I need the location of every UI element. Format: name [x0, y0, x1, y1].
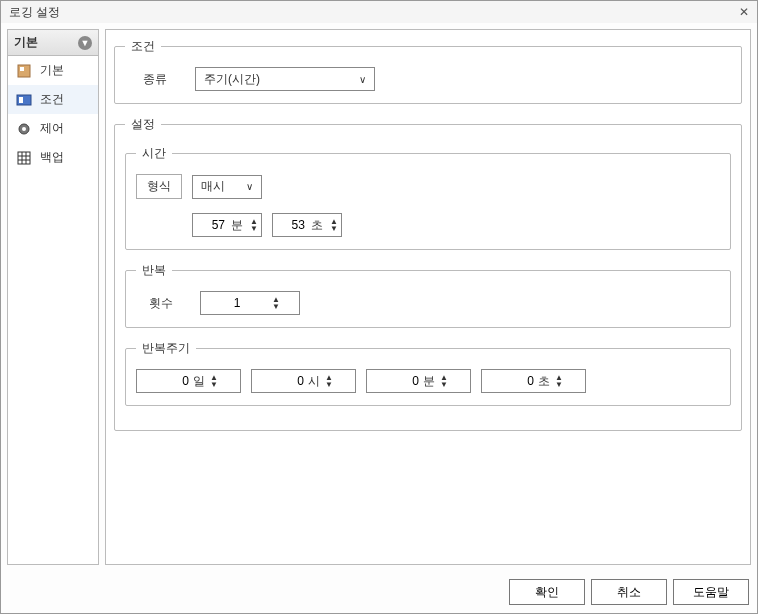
type-dropdown[interactable]: 주기(시간) ∨	[195, 67, 375, 91]
cycle-legend: 반복주기	[136, 340, 196, 357]
second-spinner[interactable]: 초 ▲▼	[272, 213, 342, 237]
time-legend: 시간	[136, 145, 172, 162]
hour-spinner[interactable]: 시 ▲▼	[251, 369, 356, 393]
spin-buttons[interactable]: ▲▼	[329, 218, 339, 232]
day-input[interactable]	[143, 374, 189, 388]
body: 기본 ▼ 기본 조건 제어	[1, 23, 757, 571]
time-values-row: 분 ▲▼ 초 ▲▼	[192, 213, 720, 237]
sidebar-header[interactable]: 기본 ▼	[8, 30, 98, 56]
time-fieldset: 시간 형식 매시 ∨ 분 ▲▼	[125, 145, 731, 250]
spin-buttons[interactable]: ▲▼	[249, 218, 259, 232]
type-label: 종류	[125, 71, 185, 88]
condition-legend: 조건	[125, 38, 161, 55]
dialog-window: 로깅 설정 ✕ 기본 ▼ 기본 조건	[0, 0, 758, 614]
min-input[interactable]	[373, 374, 419, 388]
cancel-button[interactable]: 취소	[591, 579, 667, 605]
minute-spinner[interactable]: 분 ▲▼	[192, 213, 262, 237]
content-panel: 조건 종류 주기(시간) ∨ 설정 시간 형식 매시	[105, 29, 751, 565]
count-input[interactable]	[207, 296, 267, 310]
day-spinner[interactable]: 일 ▲▼	[136, 369, 241, 393]
day-unit: 일	[193, 373, 205, 390]
cycle-row: 일 ▲▼ 시 ▲▼ 분 ▲▼	[136, 369, 720, 393]
min-spinner[interactable]: 분 ▲▼	[366, 369, 471, 393]
repeat-row: 횟수 ▲▼	[136, 291, 720, 315]
count-spinner[interactable]: ▲▼	[200, 291, 300, 315]
backup-icon	[16, 150, 32, 166]
sidebar-item-control[interactable]: 제어	[8, 114, 98, 143]
format-label: 형식	[136, 174, 182, 199]
minute-unit: 분	[231, 217, 243, 234]
min-unit: 분	[423, 373, 435, 390]
count-label: 횟수	[136, 295, 186, 312]
spin-buttons[interactable]: ▲▼	[554, 374, 564, 388]
repeat-fieldset: 반복 횟수 ▲▼	[125, 262, 731, 328]
close-icon[interactable]: ✕	[739, 5, 749, 19]
condition-row: 종류 주기(시간) ∨	[125, 67, 731, 91]
sidebar-item-backup[interactable]: 백업	[8, 143, 98, 172]
spin-buttons[interactable]: ▲▼	[439, 374, 449, 388]
condition-icon	[16, 92, 32, 108]
sec-unit: 초	[538, 373, 550, 390]
condition-fieldset: 조건 종류 주기(시간) ∨	[114, 38, 742, 104]
chevron-down-icon: ▼	[78, 36, 92, 50]
repeat-legend: 반복	[136, 262, 172, 279]
chevron-down-icon: ∨	[359, 74, 366, 85]
svg-rect-1	[20, 67, 24, 71]
sec-spinner[interactable]: 초 ▲▼	[481, 369, 586, 393]
basic-icon	[16, 63, 32, 79]
ok-button[interactable]: 확인	[509, 579, 585, 605]
hour-input[interactable]	[258, 374, 304, 388]
spin-buttons[interactable]: ▲▼	[324, 374, 334, 388]
sidebar-item-label: 조건	[40, 91, 64, 108]
sec-input[interactable]	[488, 374, 534, 388]
chevron-down-icon: ∨	[246, 181, 253, 192]
settings-legend: 설정	[125, 116, 161, 133]
cycle-fieldset: 반복주기 일 ▲▼ 시 ▲▼	[125, 340, 731, 406]
button-bar: 확인 취소 도움말	[1, 571, 757, 613]
spin-buttons[interactable]: ▲▼	[209, 374, 219, 388]
sidebar-item-label: 백업	[40, 149, 64, 166]
format-row: 형식 매시 ∨	[136, 174, 720, 199]
sidebar-item-basic[interactable]: 기본	[8, 56, 98, 85]
sidebar-item-label: 기본	[40, 62, 64, 79]
titlebar: 로깅 설정 ✕	[1, 1, 757, 23]
control-icon	[16, 121, 32, 137]
minute-input[interactable]	[199, 218, 225, 232]
window-title: 로깅 설정	[9, 4, 60, 21]
sidebar-item-condition[interactable]: 조건	[8, 85, 98, 114]
format-dropdown[interactable]: 매시 ∨	[192, 175, 262, 199]
second-unit: 초	[311, 217, 323, 234]
spin-buttons[interactable]: ▲▼	[271, 296, 281, 310]
hour-unit: 시	[308, 373, 320, 390]
type-value: 주기(시간)	[204, 71, 260, 88]
sidebar-header-label: 기본	[14, 34, 38, 51]
format-value: 매시	[201, 178, 225, 195]
svg-point-5	[22, 127, 26, 131]
settings-fieldset: 설정 시간 형식 매시 ∨ 분 ▲▼	[114, 116, 742, 431]
sidebar: 기본 ▼ 기본 조건 제어	[7, 29, 99, 565]
help-button[interactable]: 도움말	[673, 579, 749, 605]
svg-rect-6	[18, 152, 30, 164]
sidebar-item-label: 제어	[40, 120, 64, 137]
second-input[interactable]	[279, 218, 305, 232]
svg-rect-3	[19, 97, 23, 103]
